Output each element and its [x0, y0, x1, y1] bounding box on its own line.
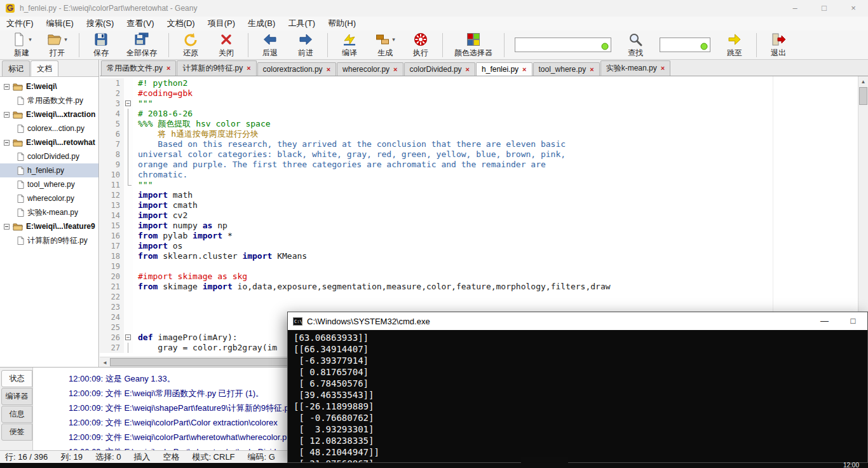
code-text: %%% 颜色提取 hsv color space: [133, 119, 271, 129]
fold-margin: [124, 88, 133, 99]
menu-document[interactable]: 文档(D): [161, 17, 201, 31]
message-tab-0[interactable]: 状态: [1, 370, 32, 387]
taskbar-button[interactable]: [521, 457, 568, 463]
save-all-button[interactable]: 全部保存: [119, 31, 165, 59]
cmd-window[interactable]: C:\Windows\SYSTEM32\cmd.exe — □ [63.0686…: [287, 312, 868, 463]
execute-button[interactable]: 执行: [403, 31, 438, 59]
tree-item-label: E:\weiqi\...xtraction: [26, 110, 95, 119]
maximize-button[interactable]: □: [810, 0, 839, 17]
message-tab-2[interactable]: 信息: [1, 406, 32, 423]
collapse-expander-icon[interactable]: [4, 140, 10, 146]
back-button[interactable]: 后退: [252, 31, 288, 59]
tree-file-row[interactable]: colorex...ction.py: [0, 121, 98, 135]
menu-search[interactable]: 搜索(S): [80, 17, 120, 31]
tree-folder-row[interactable]: E:\weiqi\...retowhat: [0, 135, 98, 149]
dropdown-arrow-icon[interactable]: ▾: [392, 36, 395, 43]
vertical-scroll-thumb[interactable]: [859, 87, 867, 105]
editor-tab[interactable]: h_fenlei.py×: [476, 62, 532, 76]
tab-close-icon[interactable]: ×: [247, 65, 250, 72]
tab-close-icon[interactable]: ×: [166, 65, 170, 72]
collapse-expander-icon[interactable]: [4, 224, 10, 230]
tab-close-icon[interactable]: ×: [661, 65, 665, 72]
entry-status-icon: [601, 41, 609, 53]
tab-close-icon[interactable]: ×: [522, 66, 526, 73]
revert-button[interactable]: 还原: [173, 31, 208, 59]
code-token: import: [203, 282, 233, 291]
compile-button[interactable]: 编译: [332, 31, 367, 59]
fold-margin: [124, 312, 133, 322]
editor-tab[interactable]: 常用函数文件.py×: [101, 60, 176, 76]
code-token: """: [138, 180, 153, 189]
quit-button[interactable]: 退出: [761, 31, 796, 59]
fold-collapse-icon[interactable]: −: [125, 100, 131, 106]
collapse-expander-icon[interactable]: [4, 84, 10, 90]
cmd-titlebar[interactable]: C:\Windows\SYSTEM32\cmd.exe — □: [288, 312, 867, 330]
fold-margin: [124, 292, 133, 302]
tree-file-row[interactable]: 常用函数文件.py: [0, 93, 98, 107]
menu-project[interactable]: 项目(P): [201, 17, 241, 31]
file-icon: [17, 237, 24, 245]
scroll-up-arrow-icon[interactable]: ▲: [858, 76, 868, 85]
forward-button[interactable]: 前进: [288, 31, 323, 59]
sidebar-tab-documents[interactable]: 文档: [31, 60, 58, 76]
code-token: """: [138, 99, 153, 108]
tab-close-icon[interactable]: ×: [590, 66, 593, 73]
search-input[interactable]: [515, 38, 611, 52]
code-line: 7 Based on this research, they arrived a…: [100, 139, 858, 149]
tree-file-row[interactable]: h_fenlei.py: [0, 163, 98, 177]
cmd-window-title: C:\Windows\SYSTEM32\cmd.exe: [307, 317, 430, 326]
editor-tab[interactable]: wherecolor.py×: [337, 62, 403, 76]
sidebar-tab-symbols[interactable]: 标记: [2, 60, 30, 76]
tree-file-row[interactable]: wherecolor.py: [0, 191, 98, 205]
tab-close-icon[interactable]: ×: [466, 66, 470, 73]
minimize-button[interactable]: –: [780, 0, 810, 17]
line-number: 11: [100, 180, 124, 190]
build-button[interactable]: ▾生成: [367, 31, 403, 59]
statusbar-column: 列: 19: [60, 451, 83, 463]
collapse-expander-icon[interactable]: [4, 112, 10, 118]
tree-folder-row[interactable]: E:\weiqi\...xtraction: [0, 107, 98, 121]
menu-file[interactable]: 文件(F): [0, 17, 40, 31]
message-tab-3[interactable]: 便签: [1, 423, 32, 441]
message-tab-1[interactable]: 编译器: [1, 388, 32, 405]
cmd-minimize-button[interactable]: —: [810, 312, 839, 330]
fold-collapse-icon[interactable]: −: [125, 334, 131, 340]
editor-tab[interactable]: 实验k-mean.py×: [600, 60, 670, 76]
statusbar-insert-mode: 插入: [133, 451, 150, 463]
tree-folder-row[interactable]: E:\weiqi\: [0, 79, 98, 93]
cmd-maximize-button[interactable]: □: [839, 312, 867, 330]
tree-file-row[interactable]: 实验k-mean.py: [0, 205, 98, 219]
open-button[interactable]: ▾打开: [39, 31, 75, 59]
find-button[interactable]: 查找: [618, 31, 653, 59]
menu-help[interactable]: 帮助(H): [322, 17, 362, 31]
menu-edit[interactable]: 编辑(E): [40, 17, 80, 31]
menu-build[interactable]: 生成(B): [241, 17, 281, 31]
cmd-output[interactable]: [63.06863933]][[66.34914407] [-6.3937791…: [288, 330, 867, 463]
save-button[interactable]: 保存: [83, 31, 119, 59]
editor-tab[interactable]: tool_where.py×: [533, 62, 600, 76]
new-button[interactable]: ▾新建: [4, 31, 39, 59]
scroll-left-arrow-icon[interactable]: ◄: [102, 360, 107, 366]
code-line: 6 将 h通道按每两度进行分块: [100, 129, 858, 139]
line-number: 25: [100, 322, 124, 333]
cmd-output-line: [ 0.81765704]: [294, 366, 867, 378]
tree-folder-row[interactable]: E:\weiqi\...\feature9: [0, 219, 98, 233]
horizontal-scroll-thumb[interactable]: [110, 358, 288, 366]
close-button[interactable]: ×: [839, 0, 868, 17]
tree-file-row[interactable]: tool_where.py: [0, 177, 98, 191]
editor-tab[interactable]: colorextraction.py×: [257, 62, 336, 76]
taskbar[interactable]: 12:00: [0, 463, 868, 468]
editor-tab[interactable]: 计算新的9特征.py×: [177, 60, 256, 76]
dropdown-arrow-icon[interactable]: ▾: [29, 36, 32, 43]
tree-file-row[interactable]: 计算新的9特征.py: [0, 233, 98, 247]
menu-tools[interactable]: 工具(T): [281, 17, 322, 31]
jump-to-button[interactable]: 跳至: [717, 31, 752, 59]
tab-close-icon[interactable]: ×: [393, 66, 397, 73]
tab-close-icon[interactable]: ×: [327, 66, 330, 73]
editor-tab[interactable]: colorDivided.py×: [404, 62, 475, 76]
dropdown-arrow-icon[interactable]: ▾: [64, 36, 67, 43]
color-chooser-button[interactable]: 颜色选择器: [447, 31, 500, 59]
close-document-button[interactable]: 关闭: [208, 31, 244, 59]
menu-view[interactable]: 查看(V): [120, 17, 160, 31]
tree-file-row[interactable]: colorDivided.py: [0, 149, 98, 163]
